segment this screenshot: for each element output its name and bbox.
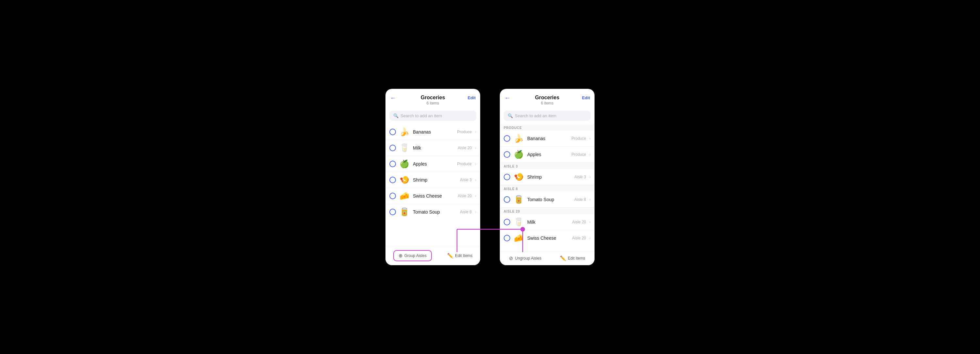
item-aisle: Aisle 3 xyxy=(574,175,586,179)
check-circle[interactable] xyxy=(504,135,510,142)
list-item[interactable]: 🥛 Milk Aisle 20 › xyxy=(385,140,480,156)
group-aisles-label: Group Aisles xyxy=(404,253,426,258)
group-aisles-icon: ⊕ xyxy=(399,253,403,259)
left-search-bar[interactable]: 🔍 Search to add an item xyxy=(390,111,476,121)
check-circle[interactable] xyxy=(390,177,396,183)
check-circle[interactable] xyxy=(504,196,510,203)
check-circle[interactable] xyxy=(390,193,396,199)
list-item[interactable]: 🧀 Swiss Cheese Aisle 20 › xyxy=(385,188,480,204)
chevron-icon: › xyxy=(475,210,476,214)
check-circle[interactable] xyxy=(390,209,396,215)
check-circle[interactable] xyxy=(390,129,396,135)
item-aisle: Produce xyxy=(457,130,472,134)
item-name: Apples xyxy=(527,152,569,157)
list-item[interactable]: 🧀 Swiss Cheese Aisle 20 › xyxy=(500,230,595,246)
right-back-button[interactable]: ← xyxy=(504,95,510,102)
item-aisle: Aisle 3 xyxy=(460,178,472,182)
left-title: Groceries xyxy=(391,95,475,101)
chevron-icon: › xyxy=(475,130,476,134)
list-item[interactable]: 🥫 Tomato Soup Aisle 8 › xyxy=(500,192,595,208)
left-search-placeholder: Search to add an item xyxy=(401,113,442,118)
item-emoji: 🥛 xyxy=(399,143,410,152)
item-aisle: Produce xyxy=(457,162,472,166)
item-name: Shrimp xyxy=(413,177,457,183)
right-bottom-bar: ⊘ Ungroup Aisles ✏️ Edit Items xyxy=(500,251,595,265)
left-header: ← Groceries 6 items Edit xyxy=(385,89,480,108)
item-name: Shrimp xyxy=(527,175,572,179)
check-circle[interactable] xyxy=(390,161,396,167)
item-emoji: 🍌 xyxy=(399,127,410,137)
right-edit-items-icon: ✏️ xyxy=(560,256,566,261)
item-emoji: 🥫 xyxy=(513,195,525,204)
edit-items-button[interactable]: ✏️ Edit Items xyxy=(447,253,473,259)
left-list: 🍌 Bananas Produce › 🥛 Milk Aisle 20 › 🍏 … xyxy=(385,124,480,246)
item-aisle: Produce xyxy=(571,152,586,157)
ungroup-aisles-label: Ungroup Aisles xyxy=(515,256,541,260)
left-edit-button[interactable]: Edit xyxy=(468,95,476,100)
chevron-icon: › xyxy=(589,175,590,179)
section-header-produce: PRODUCE xyxy=(500,124,595,131)
item-name: Swiss Cheese xyxy=(413,193,455,198)
item-name: Swiss Cheese xyxy=(527,235,570,241)
list-item[interactable]: 🍤 Shrimp Aisle 3 › xyxy=(385,172,480,188)
item-emoji: 🥛 xyxy=(513,217,525,227)
item-emoji: 🍤 xyxy=(513,172,525,182)
list-item[interactable]: 🍏 Apples Produce › xyxy=(385,156,480,172)
item-name: Apples xyxy=(413,161,454,167)
item-emoji: 🧀 xyxy=(513,233,525,243)
right-search-bar[interactable]: 🔍 Search to add an item xyxy=(504,111,590,121)
section-header-aisle8: AISLE 8 xyxy=(500,185,595,192)
check-circle[interactable] xyxy=(504,235,510,241)
ungroup-aisles-icon: ⊘ xyxy=(509,256,513,261)
edit-items-label: Edit Items xyxy=(455,253,473,258)
chevron-icon: › xyxy=(475,194,476,198)
section-header-aisle3: AISLE 3 xyxy=(500,163,595,169)
section-header-aisle20: AISLE 20 xyxy=(500,208,595,214)
item-emoji: 🥫 xyxy=(399,207,410,216)
item-aisle: Aisle 8 xyxy=(460,210,472,214)
list-item[interactable]: 🥛 Milk Aisle 20 › xyxy=(500,214,595,230)
item-aisle: Produce xyxy=(571,136,586,141)
chevron-icon: › xyxy=(589,236,590,240)
check-circle[interactable] xyxy=(504,219,510,225)
left-back-button[interactable]: ← xyxy=(390,95,396,102)
check-circle[interactable] xyxy=(504,151,510,158)
right-title: Groceries xyxy=(505,95,589,101)
right-search-placeholder: Search to add an item xyxy=(515,113,556,118)
ungroup-aisles-button[interactable]: ⊘ Ungroup Aisles xyxy=(509,256,541,261)
item-aisle: Aisle 20 xyxy=(458,194,472,198)
item-name: Milk xyxy=(527,219,570,225)
list-item[interactable]: 🍤 Shrimp Aisle 3 › xyxy=(500,169,595,185)
right-edit-items-button[interactable]: ✏️ Edit Items xyxy=(560,256,585,261)
main-scene: ← Groceries 6 items Edit 🔍 Search to add… xyxy=(327,82,653,272)
check-circle[interactable] xyxy=(504,174,510,180)
list-item[interactable]: 🍌 Bananas Produce › xyxy=(385,124,480,140)
item-emoji: 🍌 xyxy=(513,134,525,143)
right-search-icon: 🔍 xyxy=(508,113,513,118)
right-edit-items-label: Edit Items xyxy=(568,256,585,260)
chevron-icon: › xyxy=(589,136,590,141)
right-subtitle: 6 items xyxy=(505,101,589,105)
right-edit-button[interactable]: Edit xyxy=(582,95,590,100)
group-aisles-button[interactable]: ⊕ Group Aisles xyxy=(393,250,432,261)
right-list: PRODUCE 🍌 Bananas Produce › 🍏 Apples Pro… xyxy=(500,124,595,251)
item-aisle: Aisle 20 xyxy=(572,236,586,240)
item-name: Milk xyxy=(413,145,455,151)
left-search-icon: 🔍 xyxy=(393,113,399,118)
item-emoji: 🍤 xyxy=(399,175,410,184)
chevron-icon: › xyxy=(589,220,590,224)
chevron-icon: › xyxy=(475,162,476,166)
connector-line xyxy=(327,82,653,272)
item-name: Bananas xyxy=(413,129,454,135)
item-aisle: Aisle 20 xyxy=(572,220,586,224)
list-item[interactable]: 🥫 Tomato Soup Aisle 8 › xyxy=(385,204,480,220)
edit-items-icon: ✏️ xyxy=(447,253,453,259)
left-bottom-bar: ⊕ Group Aisles ✏️ Edit Items xyxy=(385,246,480,265)
list-item[interactable]: 🍏 Apples Produce › xyxy=(500,147,595,163)
item-emoji: 🍏 xyxy=(513,150,525,159)
chevron-icon: › xyxy=(589,152,590,157)
chevron-icon: › xyxy=(589,197,590,202)
list-item[interactable]: 🍌 Bananas Produce › xyxy=(500,131,595,147)
item-emoji: 🍏 xyxy=(399,159,410,168)
check-circle[interactable] xyxy=(390,144,396,151)
